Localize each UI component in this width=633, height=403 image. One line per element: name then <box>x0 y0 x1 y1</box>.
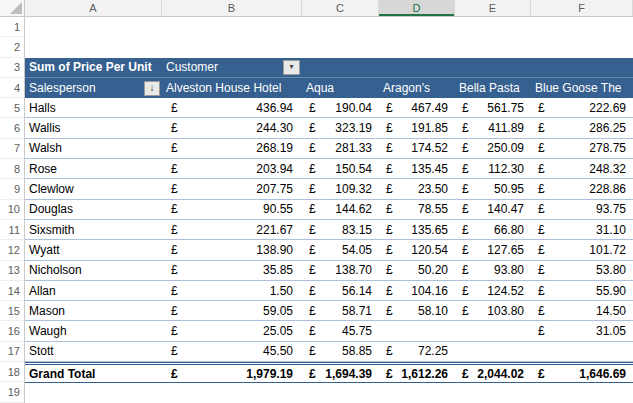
pivot-value-cell[interactable]: £561.75 <box>455 98 531 117</box>
pivot-value-cell[interactable]: £25.05 <box>162 321 302 340</box>
pivot-value-cell[interactable]: £112.30 <box>455 159 531 178</box>
salesperson-name-cell[interactable]: Allan <box>25 281 162 300</box>
pivot-column-header[interactable]: Aragon's <box>379 78 455 98</box>
pivot-column-header[interactable]: Blue Goose The <box>531 78 633 98</box>
pivot-value-cell[interactable]: £250.09 <box>455 139 531 158</box>
column-header-B[interactable]: B <box>162 0 302 16</box>
row-header-16[interactable]: 16 <box>0 321 24 341</box>
pivot-value-cell[interactable]: £1,612.26 <box>379 365 455 382</box>
pivot-value-cell[interactable]: £323.19 <box>302 118 379 137</box>
sheet-cells-area[interactable]: Sum of Price Per Unit Customer ▾ Salespe… <box>25 17 633 403</box>
salesperson-name-cell[interactable]: Nicholson <box>25 261 162 280</box>
pivot-value-cell[interactable]: £58.85 <box>302 342 379 361</box>
pivot-value-cell[interactable]: £1,979.19 <box>162 365 302 382</box>
row-header-12[interactable]: 12 <box>0 240 24 260</box>
row-header-4[interactable]: 4 <box>0 78 24 98</box>
salesperson-name-cell[interactable]: Walsh <box>25 139 162 158</box>
pivot-value-cell[interactable]: £144.62 <box>302 200 379 219</box>
pivot-value-cell[interactable]: £31.10 <box>531 220 633 239</box>
pivot-value-cell[interactable]: £1.50 <box>162 281 302 300</box>
pivot-value-cell[interactable]: £50.20 <box>379 261 455 280</box>
row-header-6[interactable]: 6 <box>0 118 24 138</box>
pivot-value-cell[interactable]: £90.55 <box>162 200 302 219</box>
pivot-value-cell[interactable]: £109.32 <box>302 179 379 198</box>
row-header-11[interactable]: 11 <box>0 220 24 240</box>
column-header-D[interactable]: D <box>379 0 455 16</box>
pivot-value-cell[interactable]: £1,694.39 <box>302 365 379 382</box>
pivot-value-cell[interactable]: £101.72 <box>531 240 633 259</box>
pivot-value-cell[interactable]: £467.49 <box>379 98 455 117</box>
pivot-value-cell[interactable]: £45.75 <box>302 321 379 340</box>
row-header-7[interactable]: 7 <box>0 139 24 159</box>
pivot-value-cell[interactable]: £103.80 <box>455 301 531 320</box>
pivot-value-cell[interactable]: £93.80 <box>455 261 531 280</box>
pivot-value-cell[interactable]: £14.50 <box>531 301 633 320</box>
pivot-value-cell[interactable]: £135.45 <box>379 159 455 178</box>
pivot-value-cell[interactable]: £436.94 <box>162 98 302 117</box>
row-header-8[interactable]: 8 <box>0 159 24 179</box>
pivot-value-cell[interactable]: £120.54 <box>379 240 455 259</box>
pivot-value-cell[interactable]: £138.90 <box>162 240 302 259</box>
pivot-value-cell[interactable]: £104.16 <box>379 281 455 300</box>
pivot-value-cell[interactable]: £268.19 <box>162 139 302 158</box>
salesperson-name-cell[interactable]: Rose <box>25 159 162 178</box>
salesperson-name-cell[interactable]: Halls <box>25 98 162 117</box>
salesperson-name-cell[interactable]: Clewlow <box>25 179 162 198</box>
pivot-value-cell[interactable]: £83.15 <box>302 220 379 239</box>
row-header-3[interactable]: 3 <box>0 58 24 78</box>
pivot-value-cell[interactable]: £286.25 <box>531 118 633 137</box>
pivot-value-cell[interactable]: £66.80 <box>455 220 531 239</box>
row-header-10[interactable]: 10 <box>0 200 24 220</box>
row-header-5[interactable]: 5 <box>0 98 24 118</box>
salesperson-sort-filter-button[interactable]: ↓ <box>144 81 160 96</box>
pivot-value-cell[interactable]: £140.47 <box>455 200 531 219</box>
pivot-value-cell[interactable]: £150.54 <box>302 159 379 178</box>
row-header-13[interactable]: 13 <box>0 261 24 281</box>
pivot-value-cell[interactable]: £203.94 <box>162 159 302 178</box>
column-header-A[interactable]: A <box>25 0 162 16</box>
pivot-value-cell[interactable]: £93.75 <box>531 200 633 219</box>
pivot-value-cell[interactable]: £35.85 <box>162 261 302 280</box>
pivot-value-cell[interactable]: £244.30 <box>162 118 302 137</box>
pivot-value-cell[interactable]: £31.05 <box>531 321 633 340</box>
pivot-value-cell[interactable]: £58.71 <box>302 301 379 320</box>
pivot-value-cell[interactable]: £1,646.69 <box>531 365 633 382</box>
pivot-value-cell[interactable]: £411.89 <box>455 118 531 137</box>
row-header-18[interactable]: 18 <box>0 362 24 382</box>
row-header-15[interactable]: 15 <box>0 301 24 321</box>
pivot-value-cell[interactable]: £228.86 <box>531 179 633 198</box>
pivot-value-cell[interactable]: £78.55 <box>379 200 455 219</box>
pivot-value-cell[interactable]: £248.32 <box>531 159 633 178</box>
row-header-2[interactable]: 2 <box>0 37 24 57</box>
salesperson-name-cell[interactable]: Sixsmith <box>25 220 162 239</box>
pivot-value-cell[interactable]: £207.75 <box>162 179 302 198</box>
pivot-value-cell[interactable]: £58.10 <box>379 301 455 320</box>
pivot-value-cell[interactable]: £124.52 <box>455 281 531 300</box>
pivot-value-cell[interactable]: £53.80 <box>531 261 633 280</box>
pivot-column-header[interactable]: Bella Pasta <box>455 78 531 98</box>
row-header-19[interactable]: 19 <box>0 382 24 402</box>
salesperson-name-cell[interactable]: Douglas <box>25 200 162 219</box>
pivot-value-cell[interactable]: £56.14 <box>302 281 379 300</box>
row-header-14[interactable]: 14 <box>0 281 24 301</box>
pivot-value-cell[interactable]: £55.90 <box>531 281 633 300</box>
column-header-F[interactable]: F <box>531 0 633 16</box>
pivot-value-cell[interactable]: £281.33 <box>302 139 379 158</box>
select-all-corner[interactable] <box>0 0 25 16</box>
pivot-value-cell[interactable]: £278.75 <box>531 139 633 158</box>
pivot-value-cell[interactable]: £190.04 <box>302 98 379 117</box>
pivot-value-cell[interactable]: £138.70 <box>302 261 379 280</box>
pivot-value-cell[interactable]: £222.69 <box>531 98 633 117</box>
row-header-17[interactable]: 17 <box>0 342 24 362</box>
pivot-value-cell[interactable]: £59.05 <box>162 301 302 320</box>
pivot-value-cell[interactable]: £54.05 <box>302 240 379 259</box>
pivot-value-cell[interactable]: £127.65 <box>455 240 531 259</box>
column-header-C[interactable]: C <box>302 0 379 16</box>
row-header-1[interactable]: 1 <box>0 17 24 37</box>
pivot-value-cell[interactable]: £50.95 <box>455 179 531 198</box>
pivot-value-cell[interactable]: £2,044.02 <box>455 365 531 382</box>
pivot-value-cell[interactable]: £45.50 <box>162 342 302 361</box>
salesperson-name-cell[interactable]: Mason <box>25 301 162 320</box>
pivot-column-header[interactable]: Aqua <box>302 78 379 98</box>
row-header-9[interactable]: 9 <box>0 179 24 199</box>
